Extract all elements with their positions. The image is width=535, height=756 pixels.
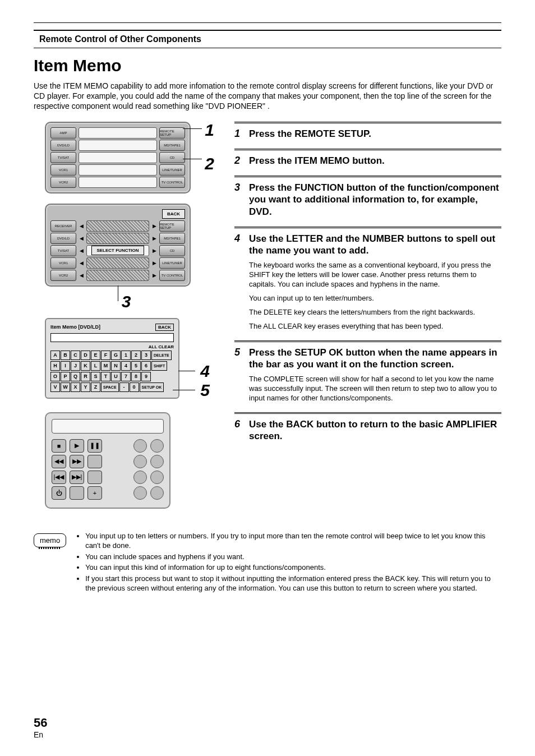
btn-line: LINE/TUNER [159, 164, 185, 176]
btn-cd: CD [159, 152, 185, 163]
play-icon: ▶ [70, 439, 84, 453]
kb-all-clear: ALL CLEAR [50, 344, 174, 349]
section-header: Remote Control of Other Components [34, 30, 501, 48]
kb-title: Item Memo [DVD/LD] [50, 324, 100, 330]
back-btn: BACK [162, 209, 185, 219]
btn-tvctrl: TV CONTROL [159, 177, 185, 188]
step-2: 2Press the ITEM MEMO button. [234, 149, 501, 167]
ff-icon: ▶▶ [70, 455, 84, 468]
intro-text: Use the ITEM MEMO capability to add more… [34, 81, 501, 112]
step-6: 6Use the BACK button to return to the ba… [234, 412, 501, 442]
round-btn [133, 439, 147, 453]
transport-panel: ■ ▶ ❚❚ ◀◀ ▶▶ |◀◀ ▶▶| [45, 412, 170, 509]
step-4: 4Use the LETTER and the NUMBER buttons t… [234, 227, 501, 331]
memo-section: memo You input up to ten letters or numb… [34, 531, 501, 594]
kb-input-bar [50, 333, 174, 342]
page-title: Item Memo [34, 56, 501, 75]
btn-remote-setup: REMOTE SETUP [159, 127, 185, 139]
stop-icon: ■ [52, 439, 66, 453]
callout-5: 5 [200, 381, 210, 400]
next-icon: ▶▶| [70, 471, 84, 484]
btn-dvd: DVD/LD [50, 140, 76, 151]
btn-mdtape: MD/TAPE1 [159, 140, 185, 151]
btn-vcr2: VCR2 [50, 177, 76, 188]
step-3: 3Press the FUNCTION button of the functi… [234, 176, 501, 218]
btn-tvsat: TV/SAT [50, 152, 76, 163]
memo-item: You can input this kind of information f… [85, 563, 501, 573]
page-footer: 56 En [34, 716, 47, 739]
step-5: 5Press the SETUP OK button when the name… [234, 340, 501, 403]
callout-3: 3 [34, 292, 219, 311]
btn-amp: AMP [50, 127, 76, 139]
memo-badge: memo [34, 533, 66, 547]
callout-2: 2 [205, 154, 214, 173]
round-btn [150, 439, 164, 453]
remote-panel-1: 1 2 AMPREMOTE SETUP DVD/LDMD/TAPE1 TV/SA… [45, 122, 191, 193]
step-1: 1Press the REMOTE SETUP. [234, 122, 501, 140]
power-icon: ⏻ [52, 486, 66, 500]
callout-4: 4 [200, 362, 210, 381]
plus-icon: + [87, 486, 102, 500]
select-function-label: SELECT FUNCTION [91, 246, 144, 255]
pause-icon: ❚❚ [87, 439, 102, 453]
callout-1: 1 [205, 121, 214, 140]
memo-item: If you start this process but want to st… [85, 574, 501, 593]
keyboard-panel: 4 5 Item Memo [DVD/LD] BACK ALL CLEAR AB… [45, 318, 179, 399]
memo-item: You can include spaces and hyphens if yo… [85, 552, 501, 562]
remote-panel-2: BACK RECEIVER◀▶REMOTE SETUP DVD/LD◀▶MD/T… [45, 204, 191, 287]
btn-vcr1: VCR1 [50, 164, 76, 176]
kb-back: BACK [155, 324, 174, 331]
prev-icon: |◀◀ [52, 471, 66, 484]
memo-item: You input up to ten letters or numbers. … [85, 531, 501, 551]
rew-icon: ◀◀ [52, 455, 66, 468]
steps-column: 1Press the REMOTE SETUP. 2Press the ITEM… [234, 122, 501, 509]
